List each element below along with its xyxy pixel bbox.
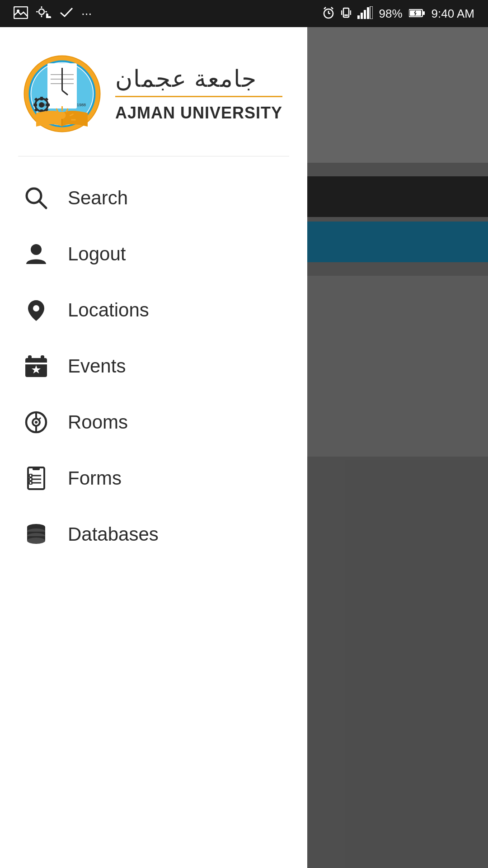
nav-label-forms: Forms	[68, 467, 122, 489]
navigation-drawer: 1988 1988 جامعة عجمان AJMAN UNIVERSITY S…	[0, 27, 307, 868]
svg-rect-16	[357, 15, 360, 19]
svg-rect-19	[367, 7, 369, 19]
svg-rect-41	[33, 104, 37, 106]
svg-line-11	[331, 7, 333, 9]
vibrate-icon	[341, 6, 351, 21]
svg-rect-77	[29, 478, 32, 481]
svg-line-10	[324, 7, 326, 9]
nav-item-forms[interactable]: Forms	[0, 450, 307, 506]
svg-rect-63	[28, 355, 32, 362]
nav-label-rooms: Rooms	[68, 411, 128, 433]
status-bar-right: 98% 9:40 AM	[322, 6, 474, 21]
weather-icon	[36, 6, 52, 21]
alarm-icon	[322, 6, 335, 21]
university-logo: 1988 1988	[23, 54, 102, 133]
person-icon	[23, 241, 50, 268]
nav-label-events: Events	[68, 355, 126, 377]
svg-point-85	[27, 538, 45, 544]
status-bar: ···	[0, 0, 488, 27]
navigation-list: Search Logout Locations	[0, 156, 307, 868]
svg-rect-18	[364, 10, 366, 19]
current-time: 9:40 AM	[432, 7, 474, 21]
more-icon: ···	[81, 7, 92, 20]
check-icon	[60, 6, 73, 21]
svg-point-69	[35, 421, 38, 424]
status-bar-left: ···	[14, 6, 92, 21]
university-arabic-name: جامعة عجمان	[115, 65, 282, 92]
signal-icon	[357, 6, 373, 21]
svg-text:1988: 1988	[38, 103, 47, 107]
svg-rect-20	[370, 6, 373, 19]
nav-item-locations[interactable]: Locations	[0, 282, 307, 338]
svg-rect-23	[422, 11, 425, 15]
nav-item-events[interactable]: Events	[0, 338, 307, 394]
dim-overlay[interactable]	[307, 27, 488, 868]
logo-section: 1988 1988 جامعة عجمان AJMAN UNIVERSITY	[0, 27, 307, 156]
nav-label-databases: Databases	[68, 524, 159, 545]
svg-line-70	[38, 418, 41, 420]
nav-item-logout[interactable]: Logout	[0, 226, 307, 282]
svg-rect-39	[40, 97, 43, 100]
svg-point-2	[39, 9, 44, 14]
svg-point-60	[31, 244, 42, 255]
nav-label-search: Search	[68, 187, 128, 209]
databases-icon	[23, 521, 50, 548]
svg-rect-76	[29, 474, 32, 477]
logo-text: جامعة عجمان AJMAN UNIVERSITY	[115, 65, 282, 123]
search-icon	[23, 184, 50, 212]
nav-label-locations: Locations	[68, 299, 149, 321]
nav-item-rooms[interactable]: Rooms	[0, 394, 307, 450]
svg-rect-0	[14, 7, 28, 19]
battery-icon	[409, 7, 425, 20]
svg-rect-17	[361, 13, 363, 19]
image-icon	[14, 6, 28, 21]
svg-rect-64	[41, 355, 44, 362]
battery-percentage: 98%	[379, 7, 403, 21]
svg-point-61	[33, 305, 39, 311]
nav-item-search[interactable]: Search	[0, 170, 307, 226]
nav-label-logout: Logout	[68, 243, 126, 265]
svg-point-55	[59, 112, 66, 119]
events-icon	[23, 353, 50, 380]
svg-line-59	[39, 201, 46, 208]
svg-rect-13	[344, 14, 348, 16]
location-icon	[23, 297, 50, 324]
rooms-icon	[23, 409, 50, 436]
forms-icon	[23, 465, 50, 492]
logo-underline	[115, 96, 282, 97]
nav-item-databases[interactable]: Databases	[0, 506, 307, 562]
svg-rect-65	[25, 363, 47, 364]
svg-text:1988: 1988	[77, 103, 86, 107]
svg-rect-78	[29, 481, 32, 484]
svg-rect-72	[33, 467, 40, 470]
university-english-name: AJMAN UNIVERSITY	[115, 104, 282, 123]
